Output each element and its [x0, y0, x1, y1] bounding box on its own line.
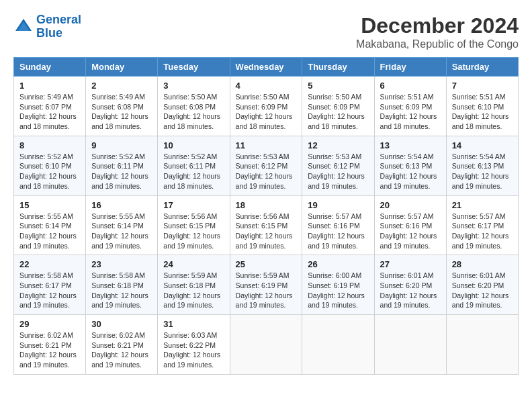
day-number: 18	[236, 200, 297, 210]
day-number: 1	[19, 81, 80, 91]
calendar-cell: 24Sunrise: 5:59 AM Sunset: 6:18 PM Dayli…	[158, 255, 230, 315]
day-info: Sunrise: 5:56 AM Sunset: 6:15 PM Dayligh…	[163, 212, 224, 251]
calendar-cell: 19Sunrise: 5:57 AM Sunset: 6:16 PM Dayli…	[302, 195, 374, 255]
calendar-cell: 17Sunrise: 5:56 AM Sunset: 6:15 PM Dayli…	[158, 195, 230, 255]
logo: GeneralBlue	[13, 13, 81, 40]
day-number: 13	[380, 140, 441, 150]
calendar-cell: 14Sunrise: 5:54 AM Sunset: 6:13 PM Dayli…	[446, 136, 518, 195]
day-info: Sunrise: 6:01 AM Sunset: 6:20 PM Dayligh…	[380, 271, 441, 310]
day-info: Sunrise: 5:50 AM Sunset: 6:08 PM Dayligh…	[163, 92, 224, 132]
day-number: 6	[380, 81, 441, 91]
title-block: December 2024 Makabana, Republic of the …	[356, 13, 519, 50]
subtitle: Makabana, Republic of the Congo	[356, 38, 519, 50]
day-info: Sunrise: 6:02 AM Sunset: 6:21 PM Dayligh…	[91, 330, 152, 370]
calendar-cell: 27Sunrise: 6:01 AM Sunset: 6:20 PM Dayli…	[374, 255, 446, 315]
day-info: Sunrise: 5:57 AM Sunset: 6:16 PM Dayligh…	[380, 212, 441, 251]
day-number: 12	[308, 140, 368, 150]
calendar-cell: 23Sunrise: 5:58 AM Sunset: 6:18 PM Dayli…	[86, 255, 158, 315]
day-info: Sunrise: 5:58 AM Sunset: 6:18 PM Dayligh…	[91, 271, 152, 310]
day-info: Sunrise: 6:00 AM Sunset: 6:19 PM Dayligh…	[308, 271, 368, 310]
day-number: 30	[91, 319, 152, 329]
calendar-cell: 12Sunrise: 5:53 AM Sunset: 6:12 PM Dayli…	[302, 136, 374, 195]
day-number: 5	[308, 81, 368, 91]
calendar-cell: 26Sunrise: 6:00 AM Sunset: 6:19 PM Dayli…	[302, 255, 374, 315]
calendar-cell: 20Sunrise: 5:57 AM Sunset: 6:16 PM Dayli…	[374, 195, 446, 255]
day-number: 2	[91, 81, 152, 91]
day-number: 28	[452, 259, 513, 269]
day-number: 20	[380, 200, 441, 210]
calendar-cell: 15Sunrise: 5:55 AM Sunset: 6:14 PM Dayli…	[14, 195, 86, 255]
calendar-cell: 29Sunrise: 6:02 AM Sunset: 6:21 PM Dayli…	[14, 315, 86, 375]
day-number: 31	[163, 319, 224, 329]
day-info: Sunrise: 5:59 AM Sunset: 6:19 PM Dayligh…	[236, 271, 297, 310]
day-number: 9	[91, 140, 152, 150]
day-info: Sunrise: 5:57 AM Sunset: 6:17 PM Dayligh…	[452, 212, 513, 251]
day-number: 4	[236, 81, 297, 91]
day-number: 7	[452, 81, 513, 91]
calendar-cell: 8Sunrise: 5:52 AM Sunset: 6:10 PM Daylig…	[14, 136, 86, 195]
day-info: Sunrise: 5:49 AM Sunset: 6:08 PM Dayligh…	[91, 92, 152, 132]
day-info: Sunrise: 5:58 AM Sunset: 6:17 PM Dayligh…	[19, 271, 80, 310]
calendar-cell: 3Sunrise: 5:50 AM Sunset: 6:08 PM Daylig…	[158, 77, 230, 136]
day-number: 24	[163, 259, 224, 269]
day-info: Sunrise: 5:53 AM Sunset: 6:12 PM Dayligh…	[236, 152, 297, 191]
day-number: 11	[236, 140, 297, 150]
calendar-cell: 9Sunrise: 5:52 AM Sunset: 6:11 PM Daylig…	[86, 136, 158, 195]
weekday-header: Sunday	[14, 58, 86, 77]
calendar-cell: 2Sunrise: 5:49 AM Sunset: 6:08 PM Daylig…	[86, 77, 158, 136]
calendar-cell: 18Sunrise: 5:56 AM Sunset: 6:15 PM Dayli…	[230, 195, 302, 255]
calendar-cell: 21Sunrise: 5:57 AM Sunset: 6:17 PM Dayli…	[446, 195, 518, 255]
day-info: Sunrise: 6:02 AM Sunset: 6:21 PM Dayligh…	[19, 330, 80, 370]
calendar-header: SundayMondayTuesdayWednesdayThursdayFrid…	[14, 58, 519, 77]
calendar-week: 1Sunrise: 5:49 AM Sunset: 6:07 PM Daylig…	[14, 77, 519, 136]
day-number: 10	[163, 140, 224, 150]
day-info: Sunrise: 5:52 AM Sunset: 6:10 PM Dayligh…	[19, 152, 80, 191]
day-info: Sunrise: 5:50 AM Sunset: 6:09 PM Dayligh…	[308, 92, 368, 132]
day-info: Sunrise: 5:55 AM Sunset: 6:14 PM Dayligh…	[19, 212, 80, 251]
day-info: Sunrise: 5:51 AM Sunset: 6:09 PM Dayligh…	[380, 92, 441, 132]
calendar-cell: 16Sunrise: 5:55 AM Sunset: 6:14 PM Dayli…	[86, 195, 158, 255]
calendar-cell: 31Sunrise: 6:03 AM Sunset: 6:22 PM Dayli…	[158, 315, 230, 375]
day-number: 29	[19, 319, 80, 329]
calendar-week: 8Sunrise: 5:52 AM Sunset: 6:10 PM Daylig…	[14, 136, 519, 195]
day-info: Sunrise: 5:52 AM Sunset: 6:11 PM Dayligh…	[163, 152, 224, 191]
calendar-cell: 30Sunrise: 6:02 AM Sunset: 6:21 PM Dayli…	[86, 315, 158, 375]
calendar-cell: 1Sunrise: 5:49 AM Sunset: 6:07 PM Daylig…	[14, 77, 86, 136]
day-number: 27	[380, 259, 441, 269]
day-number: 8	[19, 140, 80, 150]
day-number: 14	[452, 140, 513, 150]
day-number: 26	[308, 259, 368, 269]
calendar-cell: 7Sunrise: 5:51 AM Sunset: 6:10 PM Daylig…	[446, 77, 518, 136]
calendar-cell	[302, 315, 374, 375]
day-number: 21	[452, 200, 513, 210]
day-info: Sunrise: 5:50 AM Sunset: 6:09 PM Dayligh…	[236, 92, 297, 132]
weekday-header: Thursday	[302, 58, 374, 77]
calendar-body: 1Sunrise: 5:49 AM Sunset: 6:07 PM Daylig…	[14, 77, 519, 375]
day-info: Sunrise: 6:01 AM Sunset: 6:20 PM Dayligh…	[452, 271, 513, 310]
calendar-cell: 5Sunrise: 5:50 AM Sunset: 6:09 PM Daylig…	[302, 77, 374, 136]
day-number: 25	[236, 259, 297, 269]
calendar-week: 15Sunrise: 5:55 AM Sunset: 6:14 PM Dayli…	[14, 195, 519, 255]
day-info: Sunrise: 5:56 AM Sunset: 6:15 PM Dayligh…	[236, 212, 297, 251]
weekday-header: Saturday	[446, 58, 518, 77]
weekday-header: Friday	[374, 58, 446, 77]
calendar-cell: 6Sunrise: 5:51 AM Sunset: 6:09 PM Daylig…	[374, 77, 446, 136]
weekday-header: Wednesday	[230, 58, 302, 77]
day-info: Sunrise: 5:53 AM Sunset: 6:12 PM Dayligh…	[308, 152, 368, 191]
day-number: 15	[19, 200, 80, 210]
main-title: December 2024	[356, 13, 519, 38]
header: GeneralBlue December 2024 Makabana, Repu…	[13, 13, 519, 50]
day-info: Sunrise: 5:57 AM Sunset: 6:16 PM Dayligh…	[308, 212, 368, 251]
calendar: SundayMondayTuesdayWednesdayThursdayFrid…	[13, 57, 519, 375]
day-info: Sunrise: 5:55 AM Sunset: 6:14 PM Dayligh…	[91, 212, 152, 251]
calendar-cell	[230, 315, 302, 375]
logo-icon	[13, 17, 34, 37]
calendar-cell: 11Sunrise: 5:53 AM Sunset: 6:12 PM Dayli…	[230, 136, 302, 195]
calendar-cell: 13Sunrise: 5:54 AM Sunset: 6:13 PM Dayli…	[374, 136, 446, 195]
calendar-cell	[374, 315, 446, 375]
day-info: Sunrise: 5:52 AM Sunset: 6:11 PM Dayligh…	[91, 152, 152, 191]
day-number: 22	[19, 259, 80, 269]
day-info: Sunrise: 5:49 AM Sunset: 6:07 PM Dayligh…	[19, 92, 80, 132]
calendar-cell: 4Sunrise: 5:50 AM Sunset: 6:09 PM Daylig…	[230, 77, 302, 136]
calendar-week: 29Sunrise: 6:02 AM Sunset: 6:21 PM Dayli…	[14, 315, 519, 375]
